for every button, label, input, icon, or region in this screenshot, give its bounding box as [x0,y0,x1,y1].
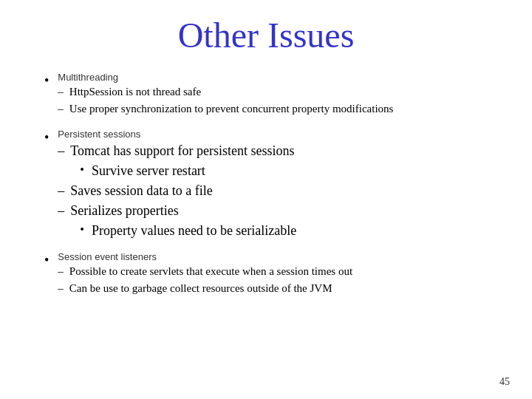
bullet-dot-3: • [44,251,49,270]
item-text: Property values need to be serializable [92,221,495,240]
list-item: – Use proper synchronization to prevent … [58,101,495,117]
list-item: – HttpSession is not thread safe [58,84,495,100]
dash-icon: – [58,181,64,200]
item-text: Serializes properties [70,201,495,220]
dash-icon: – [58,84,64,100]
bullet-content-1: Multithreading – HttpSession is not thre… [58,72,495,118]
list-item: – Can be use to garbage collect resource… [58,281,495,297]
list-item: – Tomcat has support for persistent sess… [58,141,495,160]
item-text: Possible to create servlets that execute… [69,264,495,280]
item-text: Use proper synchronization to prevent co… [69,101,495,117]
bullet-section-persistent: • Persistent sessions – Tomcat has suppo… [44,129,495,241]
sub-bullet-icon: • [80,161,84,179]
list-item: – Serializes properties [58,201,495,220]
sub-bullet-icon: • [80,221,84,239]
dash-icon: – [58,141,64,160]
section-heading-multithreading: Multithreading [58,72,495,83]
item-text: Tomcat has support for persistent sessio… [70,141,495,160]
content-area: • Multithreading – HttpSession is not th… [37,72,495,297]
sub-items-persistent: – Tomcat has support for persistent sess… [58,141,495,240]
list-item: – Possible to create servlets that execu… [58,264,495,280]
item-text: Saves session data to a file [70,181,495,200]
bullet-dot-1: • [44,72,49,90]
dash-icon: – [58,201,64,220]
item-text: Survive server restart [92,161,495,180]
dash-icon: – [58,101,64,117]
list-item: • Property values need to be serializabl… [58,221,495,240]
dash-icon: – [58,264,64,280]
bullet-content-3: Session event listeners – Possible to cr… [58,251,495,298]
item-text: Can be use to garbage collect resources … [69,281,495,297]
list-item: • Survive server restart [58,161,495,180]
bullet-dot-2: • [44,129,49,147]
page-number: 45 [499,376,510,388]
section-heading-session-listeners: Session event listeners [58,251,495,262]
slide-title: Other Issues [37,15,495,55]
sub-items-session: – Possible to create servlets that execu… [58,264,495,297]
list-item: – Saves session data to a file [58,181,495,200]
bullet-section-multithreading: • Multithreading – HttpSession is not th… [44,72,495,118]
slide-container: Other Issues • Multithreading – HttpSess… [0,0,532,399]
sub-items-multithreading: – HttpSession is not thread safe – Use p… [58,84,495,117]
section-heading-persistent: Persistent sessions [58,129,495,140]
item-text: HttpSession is not thread safe [69,84,495,100]
dash-icon: – [58,281,64,297]
bullet-section-session-listeners: • Session event listeners – Possible to … [44,251,495,298]
bullet-content-2: Persistent sessions – Tomcat has support… [58,129,495,241]
